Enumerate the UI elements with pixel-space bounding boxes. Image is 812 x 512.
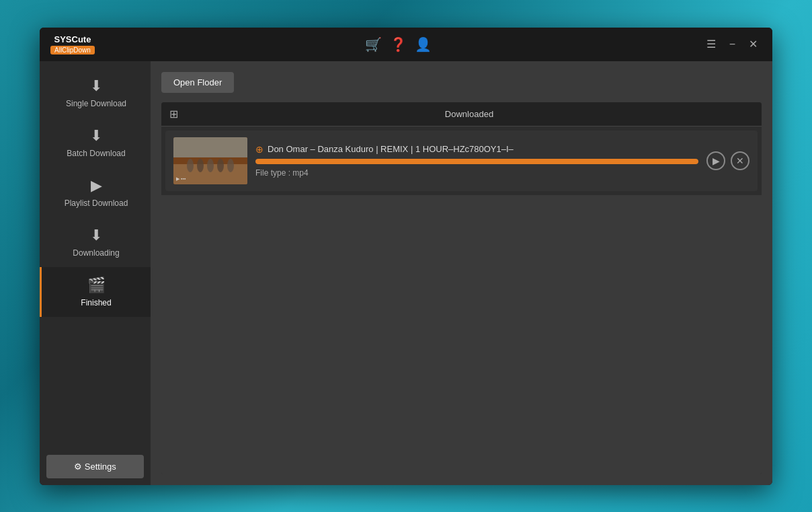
download-item: ▶ ▪▪▪ ⊕ Don Omar – Danza Kuduro | REMIX … — [165, 131, 758, 191]
progress-bar-fill — [255, 159, 698, 164]
downloading-icon: ⬇ — [90, 227, 102, 244]
play-button[interactable]: ▶ — [706, 151, 725, 170]
table-header-icon: ⊞ — [169, 108, 178, 120]
sidebar-item-label-finished: Finished — [81, 298, 111, 307]
sidebar-item-single-download[interactable]: ⬇ Single Download — [40, 68, 151, 118]
sidebar: ⬇ Single Download ⬇ Batch Download ▶ Pla… — [40, 61, 151, 485]
thumbnail-overlay-text: ▶ ▪▪▪ — [176, 176, 186, 182]
user-icon[interactable]: 👤 — [415, 36, 432, 52]
item-title: ⊕ Don Omar – Danza Kuduro | REMIX | 1 HO… — [255, 144, 698, 155]
app-window: SYSCute AllClipDown 🛒 ❓ 👤 ☰ − ✕ ⬇ Single… — [40, 28, 772, 485]
batch-download-icon: ⬇ — [90, 127, 102, 145]
brand-name: SYSCute — [54, 34, 91, 44]
item-details: ⊕ Don Omar – Danza Kuduro | REMIX | 1 HO… — [255, 144, 698, 178]
table-body-empty — [161, 195, 762, 474]
table-header: ⊞ Downloaded — [161, 102, 762, 126]
app-brand: SYSCute AllClipDown — [50, 34, 95, 54]
close-button[interactable]: ✕ — [745, 36, 762, 52]
sidebar-item-label-batch: Batch Download — [67, 149, 125, 158]
title-bar: SYSCute AllClipDown 🛒 ❓ 👤 ☰ − ✕ — [40, 28, 772, 61]
sidebar-item-label-playlist: Playlist Download — [65, 198, 128, 208]
sidebar-item-finished[interactable]: 🎬 Finished — [40, 267, 151, 317]
thumbnail-image: ▶ ▪▪▪ — [173, 137, 247, 184]
title-controls: ☰ − ✕ — [702, 36, 762, 52]
minimize-button[interactable]: − — [725, 37, 739, 52]
title-bar-left: SYSCute AllClipDown — [50, 34, 95, 54]
playlist-download-icon: ▶ — [91, 177, 102, 194]
settings-button[interactable]: ⚙ Settings — [46, 455, 144, 478]
sidebar-item-playlist-download[interactable]: ▶ Playlist Download — [40, 168, 151, 217]
single-download-icon: ⬇ — [90, 77, 102, 95]
finished-icon: 🎬 — [87, 277, 106, 294]
help-icon[interactable]: ❓ — [390, 36, 407, 52]
main-layout: ⬇ Single Download ⬇ Batch Download ▶ Pla… — [40, 61, 772, 485]
title-bar-icons: 🛒 ❓ 👤 — [365, 36, 432, 52]
table-header-title: Downloaded — [185, 109, 754, 119]
item-play-icon: ⊕ — [255, 144, 263, 155]
open-folder-button[interactable]: Open Floder — [161, 72, 234, 93]
sidebar-item-label-downloading: Downloading — [73, 248, 119, 258]
download-table: ⊞ Downloaded — [161, 102, 762, 474]
sidebar-item-label-single: Single Download — [66, 99, 126, 108]
remove-button[interactable]: ✕ — [731, 151, 749, 170]
item-meta: File type : mp4 — [255, 168, 698, 178]
sidebar-item-downloading[interactable]: ⬇ Downloading — [40, 217, 151, 267]
item-thumbnail: ▶ ▪▪▪ — [173, 137, 247, 184]
item-actions: ▶ ✕ — [706, 151, 749, 170]
item-title-text: Don Omar – Danza Kuduro | REMIX | 1 HOUR… — [268, 144, 514, 154]
menu-button[interactable]: ☰ — [702, 36, 720, 52]
progress-bar-container — [255, 159, 698, 164]
cart-icon[interactable]: 🛒 — [365, 36, 382, 52]
brand-sub: AllClipDown — [50, 46, 95, 54]
sidebar-item-batch-download[interactable]: ⬇ Batch Download — [40, 118, 151, 168]
content-area: Open Floder ⊞ Downloaded — [151, 61, 772, 485]
